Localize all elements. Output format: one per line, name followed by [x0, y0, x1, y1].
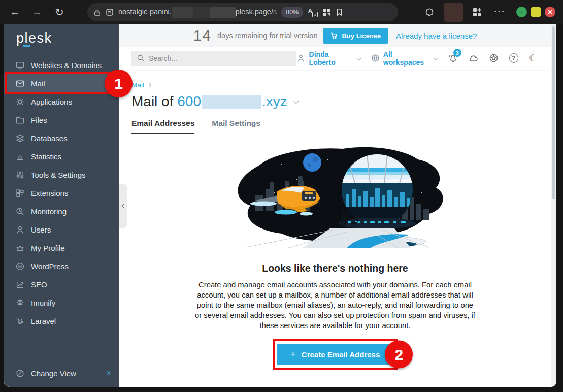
already-have-license-link[interactable]: Already have a license? [396, 31, 477, 40]
translate-icon[interactable]: Az [308, 7, 318, 17]
scrollbar-thumb[interactable] [552, 26, 555, 199]
dark-mode-moon-icon[interactable]: ☾ [529, 52, 538, 64]
annotation-step-2: 2 [385, 341, 413, 369]
user-menu[interactable]: Dinda Loberto [296, 50, 360, 67]
search-icon [137, 54, 144, 62]
wordpress-icon: W [16, 262, 24, 271]
sidebar-item-laravel[interactable]: Laravel [4, 312, 119, 330]
user-name: Dinda Loberto [309, 50, 354, 67]
workspace-selector[interactable]: All workspaces [371, 50, 438, 67]
apps-grid-icon[interactable] [472, 0, 482, 24]
database-icon [16, 134, 24, 143]
empty-state: Looks like there's nothing here Create a… [131, 144, 539, 370]
domain-redaction-block [202, 95, 261, 109]
sidebar-item-mail[interactable]: Mail [4, 74, 119, 92]
breadcrumb[interactable]: Mail [131, 81, 539, 89]
monitor-icon [16, 61, 24, 70]
globe-icon [371, 53, 380, 63]
sidebar-item-label: Websites & Domains [31, 61, 102, 70]
url-redaction-block [172, 7, 193, 18]
address-bar[interactable]: nostalgic-panini.plesk.page/s 80% Az [87, 3, 398, 21]
create-email-address-button[interactable]: + Create Email Address [277, 344, 393, 365]
trial-banner: 14 days remaining for trial version Buy … [119, 24, 551, 47]
plesk-app-window: plesk Websites & Domains Mail Applicatio… [4, 24, 556, 387]
browser-reload-icon[interactable]: ↻ [53, 6, 66, 18]
chevron-down-icon[interactable] [293, 98, 299, 104]
buy-license-button[interactable]: Buy License [323, 28, 388, 44]
browser-profile-avatar[interactable] [444, 3, 463, 22]
site-settings-icon[interactable] [106, 8, 114, 16]
tab-email-addresses[interactable]: Email Addresses [131, 119, 194, 134]
sidebar-item-files[interactable]: Files [4, 111, 119, 129]
change-view-button[interactable]: Change View × [4, 365, 119, 382]
search-input[interactable] [149, 54, 291, 62]
window-maximize-button[interactable] [531, 7, 541, 17]
sidebar-item-applications[interactable]: Applications [4, 92, 119, 111]
cart-icon [330, 32, 338, 39]
cta-area: + Create Email Address 2 [273, 339, 398, 370]
sidebar-item-my-profile[interactable]: My Profile [4, 239, 119, 257]
plesk-logo[interactable]: plesk [16, 30, 52, 46]
sidebar-item-tools-settings[interactable]: Tools & Settings [4, 166, 119, 184]
sidebar-nav: Websites & Domains Mail Applications Fil… [4, 56, 119, 330]
globe-sphere-icon[interactable] [489, 53, 499, 63]
page-scrollbar[interactable] [551, 24, 556, 387]
imunify-icon [16, 299, 24, 307]
sidebar-item-label: Imunify [31, 299, 55, 307]
browser-menu-icon[interactable]: ⋯ [493, 5, 505, 18]
sidebar-item-seo[interactable]: SEO [4, 275, 119, 293]
annotation-box-2: + Create Email Address [273, 339, 398, 370]
search-box[interactable] [131, 51, 296, 66]
sliders-icon [16, 171, 24, 179]
sidebar-item-users[interactable]: Users [4, 220, 119, 239]
logo-underline [23, 45, 30, 47]
browser-forward-icon[interactable]: → [30, 6, 44, 18]
cloud-icon[interactable] [469, 53, 478, 63]
sidebar-item-label: Mail [31, 79, 45, 88]
bookmark-icon[interactable] [336, 8, 343, 16]
sidebar-item-imunify[interactable]: Imunify [4, 293, 119, 312]
change-view-label: Change View [31, 369, 76, 378]
domain-visible: 600 [177, 93, 201, 110]
blocks-icon [16, 189, 24, 198]
url-redaction-block [193, 7, 210, 18]
sidebar-item-monitoring[interactable]: Monitoring [4, 202, 119, 220]
plus-icon: + [290, 349, 296, 360]
sidebar-collapse-handle[interactable] [119, 184, 127, 228]
laravel-icon [16, 317, 24, 325]
sidebar-item-databases[interactable]: Databases [4, 129, 119, 147]
browser-back-icon[interactable]: ← [8, 6, 21, 18]
breadcrumb-mail-link[interactable]: Mail [131, 81, 144, 89]
mail-icon [16, 79, 24, 88]
workspace-label: All workspaces [383, 50, 432, 67]
notifications-bell-icon[interactable]: 3 [448, 53, 458, 63]
gear-icon [16, 97, 24, 106]
crown-icon [16, 244, 24, 252]
page-title: Mail of 600.xyz [131, 93, 539, 110]
help-icon[interactable]: ? [509, 53, 518, 63]
topbar: Dinda Loberto All workspaces 3 ? ☾ [119, 47, 551, 70]
tab-bar: Email Addresses Mail Settings [131, 119, 539, 134]
sidebar-item-label: WordPress [31, 262, 69, 271]
trial-days-number: 14 [193, 27, 211, 44]
tab-mail-settings[interactable]: Mail Settings [212, 119, 260, 134]
monitoring-icon [16, 207, 24, 216]
compass-icon [16, 369, 24, 378]
sidebar-item-statistics[interactable]: Statistics [4, 147, 119, 166]
sidebar: plesk Websites & Domains Mail Applicatio… [4, 24, 119, 387]
sidebar-item-websites-domains[interactable]: Websites & Domains [4, 56, 119, 74]
window-minimize-button[interactable]: − [516, 7, 527, 17]
zoom-level-badge[interactable]: 80% [281, 7, 303, 18]
sidebar-item-label: Files [31, 116, 47, 124]
window-close-button[interactable]: ✕ [545, 7, 555, 17]
domain-tld: .xyz [262, 93, 287, 110]
chevron-right-icon [147, 83, 151, 87]
sidebar-item-extensions[interactable]: Extensions [4, 184, 119, 202]
sidebar-item-wordpress[interactable]: W WordPress [4, 257, 119, 275]
extensions-puzzle-icon[interactable] [424, 0, 435, 24]
sidebar-item-label: Statistics [31, 152, 61, 161]
reading-mode-icon[interactable] [322, 8, 331, 17]
close-icon[interactable]: × [106, 368, 111, 378]
page-content: Mail Mail of 600.xyz Email Addresses Mai… [119, 70, 551, 387]
empty-state-description: Create and manage email accounts associa… [194, 280, 476, 331]
